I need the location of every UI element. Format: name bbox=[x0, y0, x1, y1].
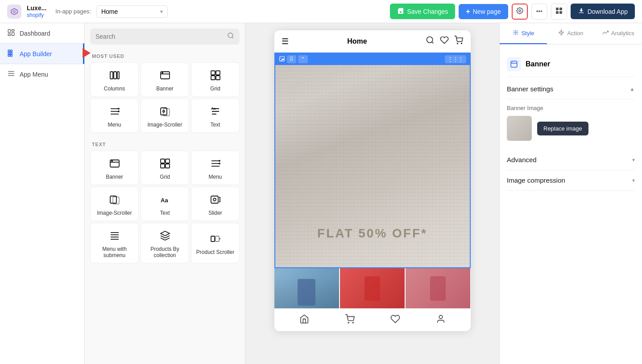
svg-point-26 bbox=[162, 73, 163, 74]
widget-columns[interactable]: Columns bbox=[90, 62, 139, 97]
svg-point-70 bbox=[515, 32, 517, 33]
cart-icon[interactable] bbox=[454, 36, 463, 47]
widget-banner-text[interactable]: Banner bbox=[90, 151, 139, 185]
tab-style[interactable]: Style bbox=[500, 23, 547, 44]
settings-button[interactable] bbox=[512, 4, 528, 20]
page-selector[interactable]: Home ▾ bbox=[96, 5, 168, 18]
svg-rect-72 bbox=[511, 61, 517, 67]
widget-text[interactable]: Aa Text bbox=[191, 98, 240, 133]
sidebar-item-label: App Menu bbox=[20, 71, 48, 78]
svg-point-64 bbox=[461, 43, 462, 44]
widget-label: Banner bbox=[156, 86, 174, 92]
advanced-label: Advanced bbox=[507, 156, 537, 164]
widget-menu-submenu[interactable]: Menu with submenu bbox=[90, 223, 139, 263]
widget-label: Banner bbox=[106, 174, 123, 180]
svg-point-49 bbox=[219, 160, 220, 162]
widget-grid[interactable]: Grid bbox=[191, 62, 240, 97]
left-sidebar: Dashboard App Builder App Menu bbox=[0, 23, 85, 364]
chevron-up-icon: ▲ bbox=[630, 86, 635, 92]
banner-image-section: Banner Image Replace image bbox=[507, 99, 635, 146]
app-builder-icon bbox=[7, 49, 15, 58]
svg-rect-44 bbox=[161, 164, 165, 168]
svg-text:Aa: Aa bbox=[211, 106, 216, 110]
component-icon bbox=[507, 57, 521, 71]
widget-label: Columns bbox=[104, 86, 125, 92]
product-scroller-icon bbox=[210, 233, 221, 245]
tab-action-label: Action bbox=[567, 30, 583, 37]
more-options-button[interactable]: ••• bbox=[531, 4, 547, 20]
widget-banner[interactable]: Banner bbox=[141, 62, 189, 97]
svg-point-63 bbox=[457, 43, 458, 44]
panel-scroll: MOST USED Columns Banner bbox=[85, 50, 245, 364]
svg-rect-15 bbox=[11, 53, 12, 54]
sidebar-item-app-builder[interactable]: App Builder bbox=[0, 43, 84, 64]
nav-heart-icon[interactable] bbox=[390, 314, 400, 326]
widget-image-scroller[interactable]: Image-Scroller bbox=[141, 98, 189, 133]
image-compression-header[interactable]: Image compression ▾ bbox=[507, 170, 635, 191]
banner-image: FLAT 50% OFF* bbox=[275, 53, 470, 267]
banner-promo-text: FLAT 50% OFF* bbox=[317, 226, 427, 241]
inapp-label: In-app pages: bbox=[55, 8, 91, 15]
hamburger-icon[interactable]: ☰ bbox=[282, 37, 289, 46]
search-phone-icon[interactable] bbox=[426, 36, 435, 47]
grid-view-button[interactable] bbox=[551, 4, 567, 20]
nav-cart-icon[interactable] bbox=[345, 314, 355, 326]
sidebar-item-dashboard[interactable]: Dashboard bbox=[0, 23, 84, 43]
brand-sub: shopify bbox=[27, 12, 46, 18]
svg-rect-29 bbox=[211, 76, 215, 80]
widget-products-collection[interactable]: Products By collection bbox=[141, 223, 189, 263]
columns-icon bbox=[109, 70, 120, 82]
sidebar-item-app-menu[interactable]: App Menu bbox=[0, 64, 84, 84]
tab-action[interactable]: Action bbox=[547, 23, 594, 44]
image-icon bbox=[279, 56, 285, 63]
tab-analytics[interactable]: Analytics bbox=[595, 23, 642, 44]
save-changes-button[interactable]: Save Changes bbox=[390, 4, 455, 19]
widget-image-scroller-text[interactable]: Image-Scroller bbox=[90, 187, 139, 221]
widget-product-scroller[interactable]: Product Scroller bbox=[191, 223, 240, 263]
widget-grid-text[interactable]: Grid bbox=[141, 151, 189, 185]
svg-rect-3 bbox=[556, 8, 559, 10]
move-btn[interactable]: ⠿ bbox=[287, 55, 296, 63]
image-scroller-text-icon bbox=[109, 194, 120, 206]
more-btn[interactable]: ⋮⋮⋮ bbox=[445, 55, 466, 63]
brand-name: Luxe... bbox=[27, 4, 46, 12]
svg-rect-4 bbox=[559, 8, 562, 10]
nav-home-icon[interactable] bbox=[299, 314, 309, 326]
widget-label: Product Scroller bbox=[196, 249, 234, 255]
new-page-button[interactable]: + New page bbox=[459, 4, 508, 19]
widgets-grid-text: Banner Grid Menu bbox=[85, 151, 245, 269]
advanced-header[interactable]: Advanced ▾ bbox=[507, 150, 635, 170]
banner-toolbar: ⠿ ⌃ ⋮⋮⋮ bbox=[275, 53, 470, 65]
svg-rect-30 bbox=[216, 76, 220, 80]
chevron-down-icon: ▾ bbox=[160, 8, 163, 15]
widget-text-text[interactable]: Aa Text bbox=[141, 187, 189, 221]
image-scroller-icon bbox=[160, 106, 170, 118]
search-bar bbox=[90, 29, 240, 45]
wishlist-icon[interactable] bbox=[440, 36, 449, 47]
text-text-icon: Aa bbox=[160, 194, 170, 206]
widget-slider[interactable]: Slider bbox=[191, 187, 240, 221]
dashboard-icon bbox=[7, 29, 15, 38]
banner-settings-header[interactable]: Banner settings ▲ bbox=[507, 79, 635, 99]
widget-label: Grid bbox=[160, 174, 170, 180]
svg-rect-23 bbox=[114, 72, 116, 79]
search-input[interactable] bbox=[95, 33, 224, 40]
banner-thumbnail bbox=[507, 116, 532, 141]
nav-user-icon[interactable] bbox=[436, 314, 446, 326]
widget-menu-text[interactable]: Menu bbox=[191, 151, 240, 185]
replace-image-button[interactable]: Replace image bbox=[537, 122, 588, 135]
search-icon bbox=[227, 32, 234, 41]
widget-label: Menu bbox=[108, 122, 121, 128]
svg-point-69 bbox=[439, 315, 442, 319]
section-text: TEXT bbox=[85, 138, 245, 151]
download-app-button[interactable]: Download App bbox=[571, 4, 635, 19]
tab-style-label: Style bbox=[522, 30, 534, 37]
collapse-btn[interactable]: ⌃ bbox=[298, 55, 308, 63]
widget-label: Menu bbox=[208, 174, 222, 180]
widget-label: Image-Scroller bbox=[147, 122, 182, 128]
menu-icon bbox=[109, 106, 120, 118]
app-menu-icon bbox=[7, 70, 15, 79]
product-row bbox=[274, 268, 471, 308]
widget-menu[interactable]: Menu bbox=[90, 98, 139, 133]
banner-settings-label: Banner settings bbox=[507, 85, 553, 93]
